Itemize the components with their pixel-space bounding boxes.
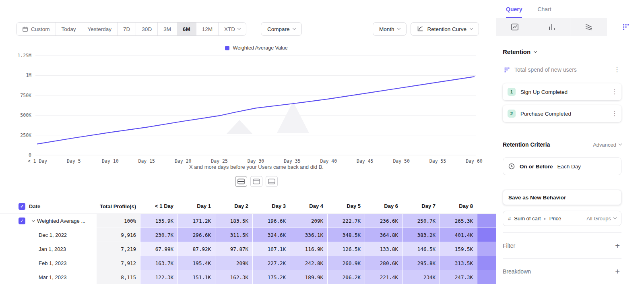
row-checkbox-cell xyxy=(0,270,29,284)
range-button-12m[interactable]: 12M xyxy=(196,23,218,35)
range-button-3m[interactable]: 3M xyxy=(157,23,177,35)
chart-style-label: Retention Curve xyxy=(427,26,466,32)
number-property-icon: # xyxy=(508,215,511,222)
retention-value-cell: 348.5K xyxy=(327,228,365,242)
retention-value-cell: 133.8K xyxy=(365,242,402,256)
bar-chart-icon[interactable] xyxy=(533,18,570,36)
report-canvas: CustomTodayYesterday7D30D3M6M12MXTD Comp… xyxy=(0,0,496,288)
retention-value-cell: 162.3K xyxy=(215,270,252,284)
chevron-down-icon xyxy=(237,27,241,30)
y-axis-tick-label: 250K xyxy=(20,133,31,138)
x-axis-tick-label: Day 25 xyxy=(211,158,228,164)
breakdown-section: Breakdown + xyxy=(503,258,621,284)
expand-chevron-icon[interactable] xyxy=(32,219,35,222)
range-label: 12M xyxy=(202,26,213,32)
tab-query[interactable]: Query xyxy=(506,6,522,18)
retention-value-cell: 221.4K xyxy=(365,270,402,284)
row-checkbox-cell xyxy=(0,228,29,242)
retention-value-cell: 401.4K xyxy=(440,228,477,242)
view-toggle-split-rows-icon[interactable] xyxy=(235,176,247,187)
kebab-menu-icon[interactable]: ⋮ xyxy=(611,110,618,117)
retention-value-cell: 242.8K xyxy=(290,256,327,270)
retention-table: ✓DateTotal Profile(s)< 1 DayDay 1Day 2Da… xyxy=(0,199,496,288)
range-button-30d[interactable]: 30D xyxy=(136,23,157,35)
query-builder: Retention Total spend of new users ⋮ 1Si… xyxy=(496,48,644,284)
header-day-column: Day 3 xyxy=(252,199,290,213)
retention-grid-icon[interactable] xyxy=(607,18,644,36)
header-day-column: Day 4 xyxy=(290,199,327,213)
chevron-down-icon xyxy=(397,27,400,30)
kebab-menu-icon[interactable]: ⋮ xyxy=(611,89,618,95)
granularity-button[interactable]: Month xyxy=(373,22,407,36)
range-button-7d[interactable]: 7D xyxy=(117,23,136,35)
x-axis-tick-label: Day 10 xyxy=(102,158,119,164)
row-label-cell[interactable]: Weighted Average ... xyxy=(29,214,97,228)
range-button-xtd[interactable]: XTD xyxy=(218,23,246,35)
compare-label: Compare xyxy=(267,26,290,32)
condition-secondary: Each Day xyxy=(557,164,581,170)
behavior-step[interactable]: 1Sign Up Completed⋮ xyxy=(503,83,621,100)
stream-chart-icon[interactable] xyxy=(570,18,607,36)
retention-value-cell: 227.2K xyxy=(252,256,290,270)
behavior-title: Total spend of new users xyxy=(514,66,609,73)
retention-value-cell: 222.7K xyxy=(327,214,365,228)
all-groups-dropdown[interactable]: All Groups xyxy=(586,215,616,222)
retention-value-cell: 311.5K xyxy=(215,228,252,242)
range-label: 3M xyxy=(163,26,171,32)
retention-value-cell: 206.2K xyxy=(327,270,365,284)
measure-property: Price xyxy=(549,215,561,222)
kebab-menu-icon[interactable]: ⋮ xyxy=(613,66,621,73)
retention-value-cell: 151.1K xyxy=(178,270,215,284)
row-checkbox[interactable]: ✓ xyxy=(19,218,25,224)
step-label: Purchase Completed xyxy=(520,111,606,117)
behavior-row[interactable]: Total spend of new users ⋮ xyxy=(503,61,621,79)
retention-section-header[interactable]: Retention xyxy=(503,48,621,55)
watermark-triangle xyxy=(277,102,309,133)
select-all-checkbox[interactable]: ✓ xyxy=(19,203,25,210)
header-day-column: Day 2 xyxy=(215,199,252,213)
retention-value-cell: 196.6K xyxy=(252,214,290,228)
behavior-step[interactable]: 2Purchase Completed⋮ xyxy=(503,105,621,122)
range-button-6m[interactable]: 6M xyxy=(177,23,196,35)
tab-chart[interactable]: Chart xyxy=(537,6,551,18)
retention-value-cell: 171.2K xyxy=(178,214,215,228)
measure-row[interactable]: # Sum of cart ▸ Price All Groups xyxy=(503,211,621,226)
advanced-dropdown[interactable]: Advanced xyxy=(593,142,621,148)
row-total-profiles: 7,219 xyxy=(97,242,140,256)
retention-value-cell: 336.1K xyxy=(290,228,327,242)
row-label-cell[interactable]: Jan 1, 2023 xyxy=(29,242,97,256)
line-chart-icon[interactable] xyxy=(496,18,533,36)
chart-style-button[interactable]: Retention Curve xyxy=(411,22,479,36)
retention-value-cell: 126.5K xyxy=(327,242,365,256)
header-day-column: Day 6 xyxy=(365,199,402,213)
range-button-today[interactable]: Today xyxy=(56,23,82,35)
retention-condition-card[interactable]: On or Before Each Day xyxy=(503,157,621,175)
x-axis-tick-label: Day 40 xyxy=(320,158,337,164)
range-button-custom[interactable]: Custom xyxy=(17,23,56,35)
x-axis-tick-label: Day 30 xyxy=(248,158,264,164)
table-header-row: ✓DateTotal Profile(s)< 1 DayDay 1Day 2Da… xyxy=(0,199,496,214)
caret-right-icon: ▸ xyxy=(544,216,546,221)
range-button-yesterday[interactable]: Yesterday xyxy=(82,23,118,35)
header-total-profiles: Total Profile(s) xyxy=(97,199,140,213)
save-as-new-behavior-button[interactable]: Save as New Behavior xyxy=(503,190,621,205)
add-filter-button[interactable]: + xyxy=(613,242,621,250)
x-axis-tick-label: Day 15 xyxy=(138,158,155,164)
row-label-cell[interactable]: Dec 1, 2022 xyxy=(29,228,97,242)
view-toggle-header-top-icon[interactable] xyxy=(250,176,262,187)
retention-value-cell: 183.5K xyxy=(215,214,252,228)
calendar-icon xyxy=(22,26,28,32)
retention-value-cell-clipped xyxy=(477,242,496,256)
row-label-cell[interactable]: Mar 1, 2023 xyxy=(29,270,97,284)
y-axis-tick-label: 0 xyxy=(29,152,31,158)
row-label-cell[interactable]: Feb 1, 2023 xyxy=(29,256,97,270)
x-axis-tick-label: Day 35 xyxy=(284,158,301,164)
add-breakdown-button[interactable]: + xyxy=(613,267,621,276)
x-axis-tick-label: Day 55 xyxy=(429,158,446,164)
chevron-down-icon xyxy=(293,27,296,30)
view-toggle-header-bottom-icon[interactable] xyxy=(266,176,278,187)
watermark-triangle xyxy=(227,120,252,134)
compare-button[interactable]: Compare xyxy=(261,22,302,36)
range-label: Custom xyxy=(31,26,50,32)
retention-value-cell: 209K xyxy=(290,214,327,228)
